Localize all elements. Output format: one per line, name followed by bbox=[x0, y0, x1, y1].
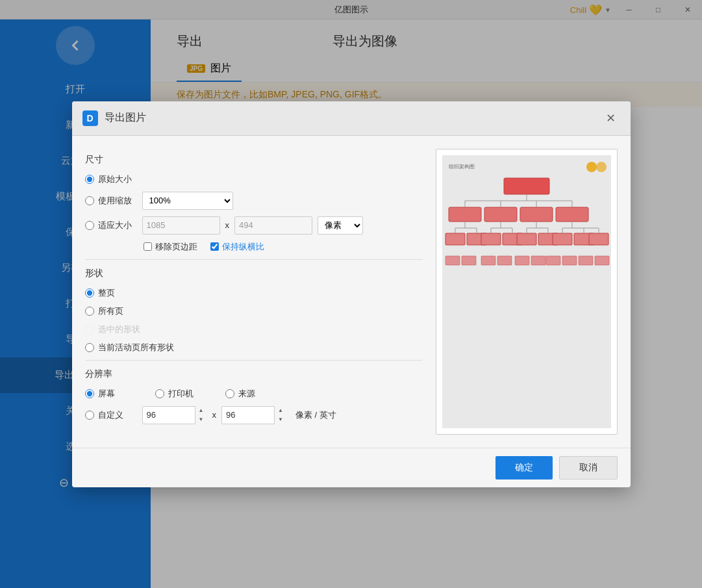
svg-rect-6 bbox=[484, 207, 517, 222]
original-size-row: 原始大小 bbox=[85, 173, 423, 185]
printer-option[interactable]: 打印机 bbox=[155, 388, 207, 400]
svg-rect-21 bbox=[553, 233, 572, 245]
dialog-footer: 确定 取消 bbox=[72, 448, 631, 487]
res-width-up[interactable]: ▲ bbox=[195, 406, 207, 415]
remove-margin-checkbox[interactable] bbox=[144, 242, 152, 251]
svg-point-3 bbox=[596, 162, 607, 172]
selected-shapes-row: 选中的形状 bbox=[85, 324, 423, 335]
fit-size-option[interactable]: 适应大小 bbox=[85, 220, 137, 231]
export-dialog: D 导出图片 ✕ 尺寸 原始大小 使用缩放 bbox=[72, 101, 631, 487]
svg-rect-48 bbox=[562, 256, 577, 265]
active-page-shapes-row: 当前活动页所有形状 bbox=[85, 342, 423, 353]
dialog-body: 尺寸 原始大小 使用缩放 100% bbox=[72, 136, 631, 448]
svg-rect-4 bbox=[504, 178, 549, 194]
svg-rect-43 bbox=[481, 256, 495, 265]
size-section-title: 尺寸 bbox=[85, 154, 423, 166]
svg-rect-50 bbox=[595, 256, 609, 265]
whole-page-option[interactable]: 整页 bbox=[85, 287, 137, 299]
dialog-close-button[interactable]: ✕ bbox=[602, 109, 620, 127]
resolution-presets-row: 屏幕 打印机 来源 bbox=[85, 388, 423, 400]
svg-rect-19 bbox=[517, 233, 536, 245]
preview-chart: 组织架构图 bbox=[442, 155, 611, 428]
svg-rect-47 bbox=[546, 256, 560, 265]
dialog-left-panel: 尺寸 原始大小 使用缩放 100% bbox=[85, 149, 423, 435]
fit-size-radio[interactable] bbox=[85, 221, 94, 230]
svg-rect-41 bbox=[445, 256, 460, 265]
dialog-title: 导出图片 bbox=[105, 111, 595, 125]
printer-radio[interactable] bbox=[155, 389, 164, 398]
selected-shapes-radio bbox=[85, 325, 94, 334]
resolution-section-title: 分辨率 bbox=[85, 368, 423, 380]
custom-option[interactable]: 自定义 bbox=[85, 409, 137, 421]
svg-rect-8 bbox=[556, 207, 588, 222]
res-width-down[interactable]: ▼ bbox=[195, 415, 207, 424]
custom-resolution-row: 自定义 ▲ ▼ x ▲ ▼ bbox=[85, 406, 423, 424]
use-scale-option[interactable]: 使用缩放 bbox=[85, 195, 137, 207]
shape-section-title: 形状 bbox=[85, 268, 423, 279]
divider-2 bbox=[85, 360, 423, 361]
svg-rect-17 bbox=[481, 233, 501, 245]
svg-rect-46 bbox=[531, 256, 545, 265]
height-input[interactable] bbox=[234, 216, 312, 235]
res-height-up[interactable]: ▲ bbox=[275, 406, 286, 415]
original-size-radio[interactable] bbox=[85, 175, 94, 184]
dialog-header: D 导出图片 ✕ bbox=[72, 101, 631, 136]
res-width-arrows: ▲ ▼ bbox=[195, 406, 207, 424]
divider-1 bbox=[85, 259, 423, 260]
keep-ratio-checkbox[interactable] bbox=[210, 242, 219, 251]
svg-rect-23 bbox=[589, 233, 608, 245]
source-option[interactable]: 来源 bbox=[225, 388, 277, 400]
active-page-shapes-option[interactable]: 当前活动页所有形状 bbox=[85, 342, 215, 353]
keep-ratio-option[interactable]: 保持纵横比 bbox=[210, 241, 264, 253]
active-page-shapes-radio[interactable] bbox=[85, 343, 94, 352]
screen-option[interactable]: 屏幕 bbox=[85, 388, 137, 400]
svg-rect-44 bbox=[497, 256, 512, 265]
all-pages-row: 所有页 bbox=[85, 305, 423, 317]
source-radio[interactable] bbox=[225, 389, 234, 398]
all-pages-radio[interactable] bbox=[85, 307, 94, 316]
dialog-overlay: D 导出图片 ✕ 尺寸 原始大小 使用缩放 bbox=[0, 0, 702, 588]
unit-select[interactable]: 像素 bbox=[318, 216, 363, 235]
ok-button[interactable]: 确定 bbox=[495, 456, 553, 479]
res-height-arrows: ▲ ▼ bbox=[274, 406, 286, 424]
res-unit-label: 像素 / 英寸 bbox=[295, 409, 336, 421]
res-height-down[interactable]: ▼ bbox=[275, 415, 286, 424]
checkbox-row: 移除页边距 保持纵横比 bbox=[144, 241, 423, 253]
res-width-spinner: ▲ ▼ bbox=[142, 406, 207, 424]
selected-shapes-option[interactable]: 选中的形状 bbox=[85, 324, 140, 335]
whole-page-row: 整页 bbox=[85, 287, 423, 299]
svg-rect-15 bbox=[445, 233, 465, 245]
svg-text:组织架构图: 组织架构图 bbox=[449, 164, 475, 170]
original-size-option[interactable]: 原始大小 bbox=[85, 173, 137, 185]
cancel-button[interactable]: 取消 bbox=[559, 456, 618, 479]
svg-rect-49 bbox=[579, 256, 593, 265]
fit-size-row: 适应大小 x 像素 bbox=[85, 216, 423, 235]
svg-rect-5 bbox=[449, 207, 481, 222]
whole-page-radio[interactable] bbox=[85, 288, 94, 298]
use-scale-radio[interactable] bbox=[85, 196, 94, 205]
remove-margin-option[interactable]: 移除页边距 bbox=[144, 241, 197, 253]
x-separator: x bbox=[225, 220, 230, 230]
svg-point-2 bbox=[586, 162, 597, 172]
scale-select[interactable]: 100% bbox=[142, 192, 233, 210]
use-scale-row: 使用缩放 100% bbox=[85, 192, 423, 210]
res-x-separator: x bbox=[212, 410, 217, 420]
svg-rect-7 bbox=[520, 207, 553, 222]
svg-rect-42 bbox=[462, 256, 476, 265]
all-pages-option[interactable]: 所有页 bbox=[85, 305, 137, 317]
svg-rect-45 bbox=[515, 256, 529, 265]
res-height-spinner: ▲ ▼ bbox=[221, 406, 286, 424]
screen-radio[interactable] bbox=[85, 389, 94, 398]
width-input[interactable] bbox=[142, 216, 220, 235]
dialog-icon: D bbox=[82, 110, 98, 126]
custom-radio[interactable] bbox=[85, 411, 94, 420]
preview-panel: 组织架构图 bbox=[436, 149, 618, 435]
